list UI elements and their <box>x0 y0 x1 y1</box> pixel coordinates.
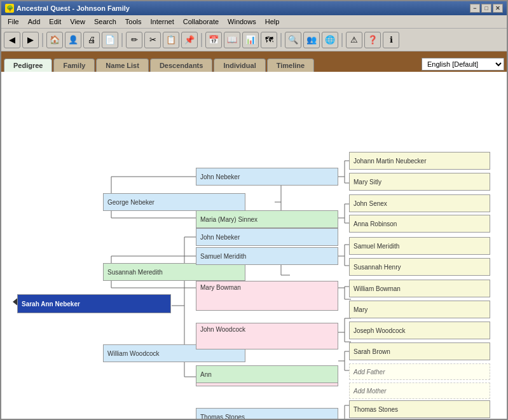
paste-button[interactable]: 📌 <box>181 32 198 48</box>
person-mary-gen4[interactable]: Mary <box>349 301 490 318</box>
chart-button[interactable]: 📊 <box>242 32 259 48</box>
person-name: Mary <box>354 306 367 313</box>
person-name: John Woodcock <box>200 326 245 333</box>
pedigree-chart: Sarah Ann Nebeker John Nebeker Mary Wood… <box>8 78 491 419</box>
person-william-bowman[interactable]: William Bowman <box>349 280 490 297</box>
person-sarah-brown[interactable]: Sarah Brown <box>349 342 490 360</box>
tab-family[interactable]: Family <box>53 58 95 72</box>
person-mary-sitly[interactable]: Mary Sitly <box>349 173 490 191</box>
person-name: Mary Sitly <box>354 179 381 186</box>
person-name: Susannah Meredith <box>107 269 163 276</box>
warning-button[interactable]: ⚠ <box>346 32 362 48</box>
person-mary-bowman[interactable]: Mary Bowman <box>196 281 338 311</box>
person-john-nebeker-gen3[interactable]: John Nebeker <box>196 168 338 186</box>
person-samuel-meridith-gen4[interactable]: Samuel Meridith <box>349 237 490 255</box>
map-button[interactable]: 🗺 <box>261 32 277 48</box>
person-name: Maria (Mary) Sinnex <box>200 216 257 223</box>
menu-help[interactable]: Help <box>261 17 284 27</box>
book-button[interactable]: 📖 <box>224 32 240 48</box>
person-name: William Woodcock <box>107 350 160 357</box>
person-name: Samuel Meridith <box>200 253 246 260</box>
search-button[interactable]: 🔍 <box>285 32 301 48</box>
person-sarah-ann-nebeker[interactable]: Sarah Ann Nebeker <box>17 294 171 313</box>
menu-windows[interactable]: Windows <box>224 17 260 27</box>
menu-file[interactable]: File <box>4 17 23 27</box>
person-name: Add Mother <box>354 388 387 395</box>
person-name: Susannah Henry <box>354 264 401 271</box>
scissors-button[interactable]: ✂ <box>144 32 161 48</box>
help-button[interactable]: ❓ <box>364 32 381 48</box>
tab-pedigree[interactable]: Pedigree <box>4 58 52 72</box>
person-name: Anna Robinson <box>354 220 397 227</box>
person-name: Joseph Woodcock <box>354 327 406 334</box>
edit-button[interactable]: ✏ <box>126 32 142 48</box>
person-name: Sarah Ann Nebeker <box>22 301 80 308</box>
internet-button[interactable]: 🌐 <box>322 32 338 48</box>
menu-tools[interactable]: Tools <box>121 17 146 27</box>
menu-search[interactable]: Search <box>90 17 120 27</box>
person-name: Thomas Stones <box>200 414 245 419</box>
person-ann[interactable]: Ann <box>196 365 338 383</box>
menu-edit[interactable]: Edit <box>45 17 65 27</box>
person-anna-robinson[interactable]: Anna Robinson <box>349 215 490 233</box>
person-john-woodcock[interactable]: John Woodcock <box>196 323 338 349</box>
tab-descendants[interactable]: Descendants <box>150 58 212 72</box>
person-john-nebeker-gen1[interactable]: John Nebeker <box>196 228 338 246</box>
person-add-mother-ann[interactable]: Add Mother <box>349 383 490 399</box>
toolbar: ◀ ▶ 🏠 👤 🖨 📄 ✏ ✂ 📋 📌 📅 📖 📊 🗺 🔍 👥 🌐 ⚠ ❓ ℹ <box>1 29 507 51</box>
menu-bar: File Add Edit View Search Tools Internet… <box>1 15 507 29</box>
separator-5 <box>341 33 343 47</box>
print-button[interactable]: 🖨 <box>83 32 100 48</box>
person-john-senex[interactable]: John Senex <box>349 194 490 212</box>
person-name: John Nebeker <box>200 173 240 180</box>
person-thomas-stones-gen3[interactable]: Thomas Stones <box>196 408 338 419</box>
person-name: John Senex <box>354 200 387 207</box>
person-name: William Bowman <box>354 285 401 292</box>
title-bar-left: 🌳 Ancestral Quest - Johnson Family <box>5 4 130 13</box>
person-name: Add Father <box>354 369 385 376</box>
tab-bar: Pedigree Family Name List Descendants In… <box>1 51 507 72</box>
minimize-button[interactable]: − <box>470 4 480 13</box>
menu-collaborate[interactable]: Collaborate <box>179 17 223 27</box>
person-joseph-woodcock[interactable]: Joseph Woodcock <box>349 322 490 339</box>
menu-view[interactable]: View <box>66 17 89 27</box>
people-button[interactable]: 👥 <box>303 32 320 48</box>
main-window: 🌳 Ancestral Quest - Johnson Family − □ ✕… <box>0 0 508 420</box>
person-button[interactable]: 👤 <box>65 32 81 48</box>
back-button[interactable]: ◀ <box>4 32 20 48</box>
maximize-button[interactable]: □ <box>481 4 491 13</box>
info-button[interactable]: ℹ <box>383 32 399 48</box>
title-bar-buttons: − □ ✕ <box>470 4 503 13</box>
person-name: Mary Bowman <box>200 284 241 291</box>
page-button[interactable]: 📄 <box>102 32 118 48</box>
window-title: Ancestral Quest - Johnson Family <box>17 4 130 12</box>
person-add-father-ann[interactable]: Add Father <box>349 363 490 380</box>
app-icon: 🌳 <box>5 4 14 13</box>
separator-1 <box>42 33 43 47</box>
person-george-nebeker[interactable]: George Nebeker <box>103 193 245 211</box>
tab-individual[interactable]: Individual <box>214 58 265 72</box>
home-button[interactable]: 🏠 <box>46 32 63 48</box>
person-thomas-stones-gen4[interactable]: Thomas Stones <box>349 400 490 418</box>
title-bar: 🌳 Ancestral Quest - Johnson Family − □ ✕ <box>1 1 507 15</box>
pedigree-content: Sarah Ann Nebeker John Nebeker Mary Wood… <box>1 72 507 419</box>
menu-internet[interactable]: Internet <box>146 17 177 27</box>
close-button[interactable]: ✕ <box>493 4 503 13</box>
calendar-button[interactable]: 📅 <box>205 32 222 48</box>
forward-button[interactable]: ▶ <box>22 32 39 48</box>
person-johann-martin[interactable]: Johann Martin Neubecker <box>349 152 490 170</box>
person-susannah-henry[interactable]: Susannah Henry <box>349 258 490 276</box>
person-samuel-meridith-gen3[interactable]: Samuel Meridith <box>196 247 338 265</box>
separator-3 <box>201 33 202 47</box>
tab-timeline[interactable]: Timeline <box>267 58 314 72</box>
menu-add[interactable]: Add <box>24 17 45 27</box>
person-name: George Nebeker <box>107 199 154 206</box>
separator-4 <box>280 33 282 47</box>
copy-button[interactable]: 📋 <box>163 32 179 48</box>
person-maria-sinnex[interactable]: Maria (Mary) Sinnex <box>196 210 338 228</box>
tab-right-area: English [Default] <box>422 58 504 72</box>
language-select[interactable]: English [Default] <box>422 58 504 71</box>
tab-name-list[interactable]: Name List <box>96 58 149 72</box>
person-susannah-meredith[interactable]: Susannah Meredith <box>103 263 245 281</box>
person-name: Sarah Brown <box>354 348 390 355</box>
